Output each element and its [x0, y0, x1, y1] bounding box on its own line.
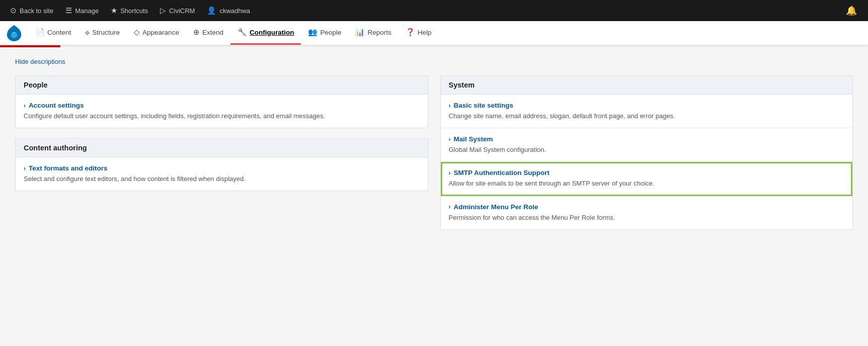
- people-section-header: People: [16, 76, 428, 95]
- admin-bar: ⊙ Back to site ☰ Manage ★ Shortcuts ▷ Ci…: [0, 0, 868, 21]
- system-section-header: System: [441, 76, 853, 95]
- structure-nav-label: Structure: [92, 29, 120, 36]
- smtp-auth-chevron: ›: [449, 169, 451, 177]
- administer-menu-chevron: ›: [449, 203, 451, 210]
- nav-item-appearance[interactable]: ◇Appearance: [127, 21, 186, 45]
- shortcuts-btn[interactable]: ★ Shortcuts: [105, 0, 154, 21]
- configuration-nav-icon: 🔧: [238, 28, 247, 37]
- manage-btn[interactable]: ☰ Manage: [59, 0, 105, 21]
- back-to-site-label: Back to site: [20, 7, 53, 15]
- civicrm-icon: ▷: [160, 6, 166, 15]
- mail-system-chevron: ›: [449, 136, 451, 143]
- reports-nav-label: Reports: [367, 29, 391, 36]
- shortcuts-label: Shortcuts: [120, 7, 148, 15]
- columns-layout: People› Account settingsConfigure defaul…: [15, 75, 853, 240]
- system-section: System› Basic site settingsChange site n…: [440, 75, 853, 230]
- administer-menu-desc: Permission for who can access the Menu P…: [449, 213, 845, 222]
- mail-system-desc: Global Mail System configuration.: [449, 145, 845, 154]
- appearance-nav-icon: ◇: [134, 28, 140, 37]
- back-icon: ⊙: [10, 6, 17, 15]
- text-formats-desc: Select and configure text editors, and h…: [24, 175, 420, 184]
- nav-bar: 📄Content⎆Structure◇Appearance⊕Extend🔧Con…: [0, 21, 868, 45]
- svg-point-0: [11, 32, 17, 38]
- administer-menu-item: › Administer Menu Per RolePermission for…: [441, 196, 853, 229]
- account-settings-desc: Configure default user account settings,…: [24, 112, 420, 121]
- hide-descriptions-link[interactable]: Hide descriptions: [15, 58, 65, 65]
- nav-item-content[interactable]: 📄Content: [28, 21, 78, 45]
- text-formats-item: › Text formats and editorsSelect and con…: [16, 157, 428, 191]
- right-column: System› Basic site settingsChange site n…: [440, 75, 853, 240]
- manage-label: Manage: [75, 7, 99, 15]
- nav-item-extend[interactable]: ⊕Extend: [186, 21, 230, 45]
- drupal-logo[interactable]: [4, 23, 24, 43]
- content-authoring-section-body: › Text formats and editorsSelect and con…: [16, 157, 428, 191]
- content-authoring-section-header: Content authoring: [16, 139, 428, 157]
- extend-nav-icon: ⊕: [193, 28, 200, 37]
- text-formats-link[interactable]: › Text formats and editors: [24, 164, 420, 172]
- account-settings-link[interactable]: › Account settings: [24, 102, 420, 109]
- reports-nav-icon: 📊: [355, 28, 365, 37]
- nav-item-help[interactable]: ❓Help: [399, 21, 439, 45]
- people-nav-icon: 👥: [308, 28, 318, 37]
- civicrm-btn[interactable]: ▷ CiviCRM: [154, 0, 201, 21]
- basic-site-settings-item: › Basic site settingsChange site name, e…: [441, 95, 853, 128]
- system-section-body: › Basic site settingsChange site name, e…: [441, 95, 853, 229]
- basic-site-settings-desc: Change site name, email address, slogan,…: [449, 112, 845, 121]
- smtp-auth-item: › SMTP Authentication SupportAllow for s…: [441, 162, 853, 196]
- people-section: People› Account settingsConfigure defaul…: [15, 75, 428, 128]
- nav-item-structure[interactable]: ⎆Structure: [78, 21, 127, 45]
- left-column: People› Account settingsConfigure defaul…: [15, 75, 428, 240]
- structure-nav-icon: ⎆: [85, 28, 90, 37]
- bell-icon: 🔔: [846, 6, 857, 16]
- help-nav-icon: ❓: [406, 28, 415, 37]
- account-settings-item: › Account settingsConfigure default user…: [16, 95, 428, 128]
- basic-site-settings-link[interactable]: › Basic site settings: [449, 102, 845, 109]
- extend-nav-label: Extend: [202, 29, 223, 36]
- main-content: Hide descriptions People› Account settin…: [0, 47, 868, 346]
- smtp-auth-desc: Allow for site emails to be sent through…: [449, 179, 845, 188]
- basic-site-settings-chevron: ›: [449, 102, 451, 109]
- notifications-bell[interactable]: 🔔: [839, 5, 864, 16]
- content-nav-icon: 📄: [35, 28, 45, 37]
- username-label: ckwadhwa: [219, 7, 250, 15]
- content-nav-label: Content: [47, 29, 71, 36]
- menu-icon: ☰: [65, 6, 72, 15]
- administer-menu-link[interactable]: › Administer Menu Per Role: [449, 203, 845, 211]
- people-nav-label: People: [320, 29, 341, 36]
- nav-content: 📄Content⎆Structure◇Appearance⊕Extend🔧Con…: [28, 21, 439, 45]
- appearance-nav-label: Appearance: [142, 29, 179, 36]
- account-settings-chevron: ›: [24, 102, 26, 109]
- mail-system-link[interactable]: › Mail System: [449, 135, 845, 143]
- civicrm-label: CiviCRM: [169, 7, 195, 15]
- nav-item-people[interactable]: 👥People: [301, 21, 348, 45]
- star-icon: ★: [111, 6, 117, 15]
- user-btn[interactable]: 👤 ckwadhwa: [201, 0, 256, 21]
- people-section-body: › Account settingsConfigure default user…: [16, 95, 428, 128]
- mail-system-item: › Mail SystemGlobal Mail System configur…: [441, 128, 853, 162]
- nav-item-reports[interactable]: 📊Reports: [348, 21, 398, 45]
- content-authoring-section: Content authoring› Text formats and edit…: [15, 138, 428, 191]
- nav-item-configuration[interactable]: 🔧Configuration: [230, 21, 301, 45]
- user-icon: 👤: [207, 6, 216, 15]
- back-to-site-btn[interactable]: ⊙ Back to site: [4, 0, 59, 21]
- configuration-nav-label: Configuration: [250, 29, 294, 36]
- help-nav-label: Help: [418, 29, 432, 36]
- smtp-auth-link[interactable]: › SMTP Authentication Support: [449, 169, 845, 177]
- text-formats-chevron: ›: [24, 165, 26, 172]
